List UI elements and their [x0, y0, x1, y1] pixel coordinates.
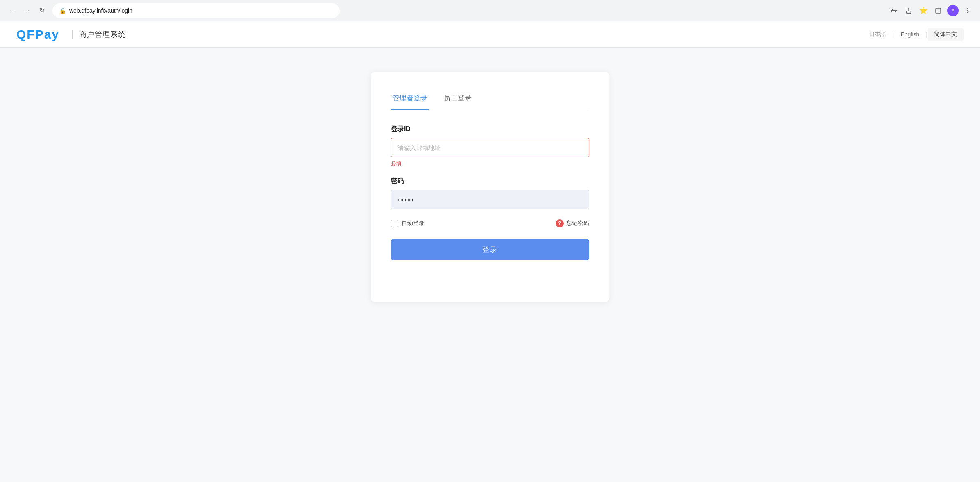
browser-chrome: ← → ↻ 🔒 web.qfpay.info/auth/login 🗝 ⭐ Y …	[0, 0, 980, 21]
back-button[interactable]: ←	[7, 5, 18, 16]
login-card: 管理者登录 员工登录 登录ID 必填 密码 自动登录	[371, 72, 609, 302]
share-icon-button[interactable]	[903, 5, 914, 16]
login-id-error: 必填	[391, 160, 589, 167]
browser-nav: ← → ↻	[7, 5, 48, 16]
language-switcher: 日本語 | English | 简体中文	[862, 28, 964, 41]
auto-login-checkbox[interactable]	[391, 220, 398, 227]
main-content: 管理者登录 员工登录 登录ID 必填 密码 自动登录	[0, 48, 980, 482]
login-button[interactable]: 登录	[391, 239, 589, 260]
page: QFPay 商户管理系统 日本語 | English | 简体中文 管理者登录 …	[0, 21, 980, 482]
qfpay-logo: QFPay	[16, 27, 66, 42]
tab-admin-login[interactable]: 管理者登录	[391, 89, 429, 110]
tab-staff-login[interactable]: 员工登录	[442, 89, 473, 110]
brand-name: 商户管理系统	[79, 30, 126, 39]
password-input[interactable]	[391, 190, 589, 209]
auto-login-container[interactable]: 自动登录	[391, 220, 424, 227]
lang-japanese-button[interactable]: 日本語	[862, 28, 893, 41]
auto-login-label: 自动登录	[401, 220, 424, 227]
password-group: 密码	[391, 177, 589, 209]
url-text: web.qfpay.info/auth/login	[69, 7, 132, 14]
login-id-input[interactable]	[391, 138, 589, 157]
tab-icon-button[interactable]	[932, 5, 944, 16]
tabs: 管理者登录 员工登录	[391, 89, 589, 110]
login-id-label: 登录ID	[391, 125, 589, 134]
question-icon: ?	[556, 219, 564, 227]
forward-button[interactable]: →	[21, 5, 33, 16]
brand: QFPay 商户管理系统	[16, 27, 126, 42]
forgot-password-link[interactable]: ? 忘记密码	[556, 219, 589, 227]
forgot-password-label: 忘记密码	[566, 220, 589, 227]
top-nav: QFPay 商户管理系统 日本語 | English | 简体中文	[0, 21, 980, 48]
reload-button[interactable]: ↻	[36, 5, 48, 16]
address-bar[interactable]: 🔒 web.qfpay.info/auth/login	[52, 3, 340, 18]
login-id-group: 登录ID 必填	[391, 125, 589, 167]
key-icon-button[interactable]: 🗝	[888, 5, 900, 16]
lang-english-button[interactable]: English	[894, 29, 926, 40]
svg-text:QFPay: QFPay	[16, 27, 59, 41]
bookmark-icon-button[interactable]: ⭐	[918, 5, 929, 16]
password-label: 密码	[391, 177, 589, 186]
brand-divider	[72, 30, 73, 39]
lang-chinese-button[interactable]: 简体中文	[928, 28, 964, 41]
user-avatar[interactable]: Y	[947, 5, 959, 16]
lock-icon: 🔒	[59, 7, 66, 14]
menu-icon-button[interactable]: ⋮	[962, 5, 973, 16]
form-footer-row: 自动登录 ? 忘记密码	[391, 219, 589, 227]
browser-actions: 🗝 ⭐ Y ⋮	[888, 5, 973, 16]
svg-rect-1	[936, 8, 941, 13]
